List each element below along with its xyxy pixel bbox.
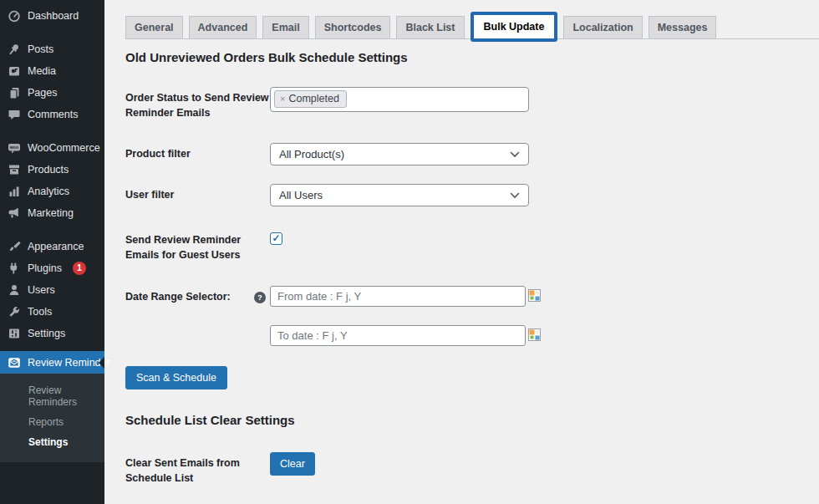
analytics-icon [8,185,21,198]
order-status-multiselect[interactable]: × Completed [270,87,529,112]
woocommerce-icon: woo [8,141,21,155]
sidebar-label: Review Reminder [28,357,110,369]
sidebar-separator [0,224,104,236]
sidebar-label: Pages [28,87,57,99]
sidebar-label: Users [28,284,55,296]
wrench-icon [8,305,21,318]
tab-messages[interactable]: Messages [649,16,717,38]
guest-users-checkbox[interactable]: ✓ [270,232,282,245]
tag-label: Completed [288,93,338,104]
tab-advanced[interactable]: Advanced [189,16,257,38]
plugins-update-badge: 1 [73,262,86,275]
sidebar-label: Settings [28,328,65,339]
sidebar-label: Comments [28,109,78,120]
pages-icon [8,86,21,99]
user-filter-row: User filter All Users [125,184,819,206]
sidebar-item-plugins[interactable]: Plugins 1 [0,257,104,279]
comments-icon [8,108,21,121]
sidebar-item-media[interactable]: Media [0,60,104,82]
dashboard-icon [8,9,21,23]
user-filter-label: User filter [125,184,270,206]
sidebar-item-review-reminder[interactable]: Review Reminder [0,351,104,374]
review-reminder-submenu: Review Reminders Reports Settings [0,374,104,462]
settings-tab-bar: General Advanced Email Shortcodes Black … [125,12,819,39]
select-value: All Product(s) [279,148,344,160]
sidebar-item-dashboard[interactable]: Dashboard [0,5,104,27]
sidebar-separator [0,344,104,351]
tab-bulk-update[interactable]: Bulk Update [471,12,558,42]
megaphone-icon [8,206,21,220]
sidebar-item-comments[interactable]: Comments [0,104,104,125]
remove-tag-icon[interactable]: × [280,94,285,104]
help-icon[interactable]: ? [254,292,266,303]
sidebar-item-posts[interactable]: Posts [0,38,104,60]
product-filter-select[interactable]: All Product(s) [270,143,529,165]
sidebar-item-analytics[interactable]: Analytics [0,181,104,202]
media-icon [8,64,21,78]
product-filter-label: Product filter [125,143,270,165]
user-filter-select[interactable]: All Users [270,184,529,206]
clear-sent-row: Clear Sent Emails from Schedule List Cle… [125,452,819,486]
sidebar-item-products[interactable]: Products [0,159,104,181]
tab-black-list[interactable]: Black List [396,16,464,38]
clear-sent-label: Clear Sent Emails from Schedule List [125,452,270,486]
settings-page: General Advanced Email Shortcodes Black … [104,0,819,504]
sidebar-separator [0,27,104,38]
sidebar-label: WooCommerce [28,142,100,154]
guest-users-label: Send Review Reminder Emails for Guest Us… [125,229,270,262]
wordpress-admin: Dashboard Posts Media Pages Commen [0,0,819,504]
sidebar-item-marketing[interactable]: Marketing [0,202,104,224]
review-reminder-envelope-icon [8,356,21,369]
spacer-label [125,325,270,346]
submenu-item-review-reminders[interactable]: Review Reminders [0,380,104,412]
chevron-down-icon [510,192,520,199]
sidebar-item-users[interactable]: Users [0,279,104,301]
sidebar-label: Dashboard [28,10,79,22]
sidebar-label: Tools [28,306,52,318]
calendar-icon[interactable] [528,328,541,341]
brush-icon [8,240,21,253]
date-range-to-row [125,325,819,346]
from-date-input[interactable] [270,286,526,307]
sidebar-separator [0,125,104,137]
sidebar-label: Media [28,65,56,77]
guest-users-row: Send Review Reminder Emails for Guest Us… [125,229,819,262]
sidebar-label: Plugins [28,262,62,274]
tab-localization[interactable]: Localization [563,16,642,38]
chevron-down-icon [510,151,520,158]
svg-text:woo: woo [9,145,18,150]
product-filter-row: Product filter All Product(s) [125,143,819,165]
submenu-item-reports[interactable]: Reports [0,412,104,432]
sidebar-item-appearance[interactable]: Appearance [0,236,104,257]
to-date-input[interactable] [270,325,526,346]
sidebar-item-settings[interactable]: Settings [0,323,104,344]
sidebar-label: Products [28,164,69,176]
order-status-row: Order Status to Send Review Reminder Ema… [125,87,819,120]
settings-sliders-icon [8,327,21,340]
tab-shortcodes[interactable]: Shortcodes [315,16,391,38]
scan-schedule-button[interactable]: Scan & Schedule [125,366,227,389]
calendar-icon[interactable] [528,289,541,302]
sidebar-label: Analytics [28,186,69,197]
sidebar-label: Appearance [28,241,84,252]
sidebar-item-woocommerce[interactable]: woo WooCommerce [0,137,104,159]
section-title-bulk-schedule: Old Unreviewed Orders Bulk Schedule Sett… [125,50,819,64]
sidebar-label: Marketing [28,207,74,219]
date-range-label: Date Range Selector: [125,286,270,307]
user-icon [8,283,21,297]
tab-email[interactable]: Email [262,16,308,38]
admin-sidebar: Dashboard Posts Media Pages Commen [0,0,104,504]
pushpin-icon [8,43,21,56]
clear-sent-button[interactable]: Clear [270,452,315,476]
sidebar-item-pages[interactable]: Pages [0,82,104,104]
selected-status-tag: × Completed [274,90,347,108]
plug-icon [8,262,21,275]
submenu-item-settings[interactable]: Settings [0,432,104,452]
sidebar-label: Posts [28,43,53,55]
tab-general[interactable]: General [125,16,183,38]
order-status-label: Order Status to Send Review Reminder Ema… [125,87,270,120]
products-icon [8,163,21,176]
sidebar-item-tools[interactable]: Tools [0,301,104,323]
section-title-clear-settings: Schedule List Clear Settings [125,413,819,427]
scan-schedule-row: Scan & Schedule [125,366,819,389]
